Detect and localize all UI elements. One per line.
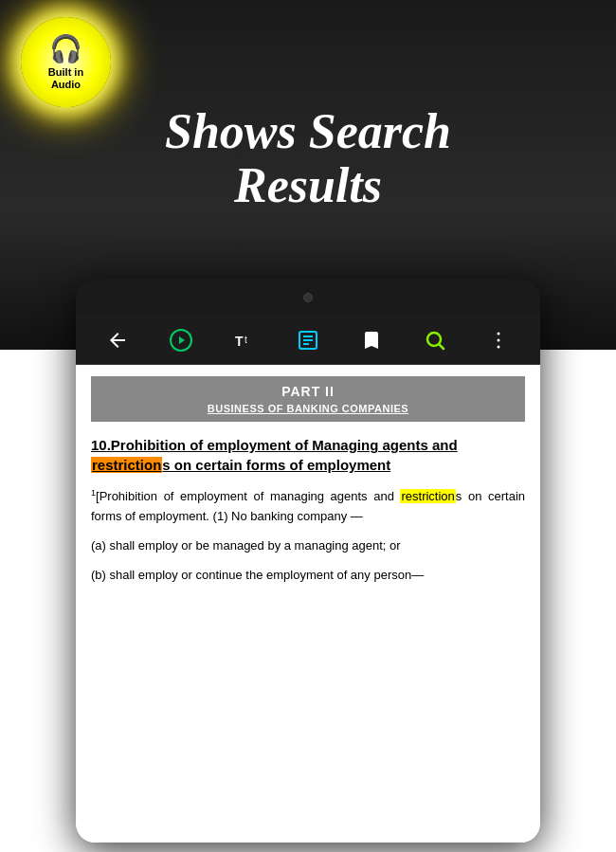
svg-point-10 <box>498 332 500 335</box>
tablet-topbar <box>76 280 540 316</box>
section-title-end: s on certain forms of employment <box>162 457 390 473</box>
part-header: PART II BUSINESS OF BANKING COMPANIES <box>91 376 525 422</box>
svg-text:t: t <box>245 335 247 345</box>
item-a: (a) shall employ or be managed by a mana… <box>91 536 525 556</box>
svg-line-9 <box>440 344 444 349</box>
body-highlight: restriction <box>400 489 455 503</box>
page-title: Shows Search Results <box>0 104 616 212</box>
search-button[interactable] <box>418 323 452 357</box>
business-label: BUSINESS OF BANKING COMPANIES <box>95 403 521 414</box>
body-paragraph: 1[Prohibition of employment of managing … <box>91 486 525 527</box>
section-title-plain: Prohibition of employment of Managing ag… <box>111 437 458 453</box>
item-b: (b) shall employ or continue the employm… <box>91 566 525 586</box>
notes-button[interactable] <box>291 323 325 357</box>
headphone-icon: 🎧 <box>49 33 82 64</box>
section-title-highlight: restriction <box>91 457 162 473</box>
svg-text:T: T <box>235 334 244 349</box>
tablet-content: PART II BUSINESS OF BANKING COMPANIES 10… <box>76 365 540 843</box>
section-number: 10. <box>91 437 111 453</box>
part-label: PART II <box>95 384 521 399</box>
document-page: PART II BUSINESS OF BANKING COMPANIES 10… <box>76 365 540 843</box>
svg-point-11 <box>498 338 500 341</box>
section-heading: 10.Prohibition of employment of Managing… <box>91 435 525 475</box>
tablet-camera <box>303 293 313 302</box>
text-size-button[interactable]: T t <box>227 323 262 357</box>
bookmark-button[interactable] <box>354 323 389 357</box>
play-button[interactable] <box>164 323 198 357</box>
toolbar: T t <box>76 316 540 365</box>
more-options-button[interactable] <box>481 323 516 357</box>
svg-marker-1 <box>179 336 185 344</box>
audio-badge: 🎧 Built in Audio <box>21 17 111 107</box>
body-text-1: [Prohibition of employment of managing a… <box>96 489 400 503</box>
page-title-container: Shows Search Results <box>0 104 616 212</box>
badge-text: Built in Audio <box>48 66 83 91</box>
tablet-device: T t <box>76 280 540 843</box>
svg-point-12 <box>498 345 500 348</box>
back-button[interactable] <box>100 323 135 357</box>
